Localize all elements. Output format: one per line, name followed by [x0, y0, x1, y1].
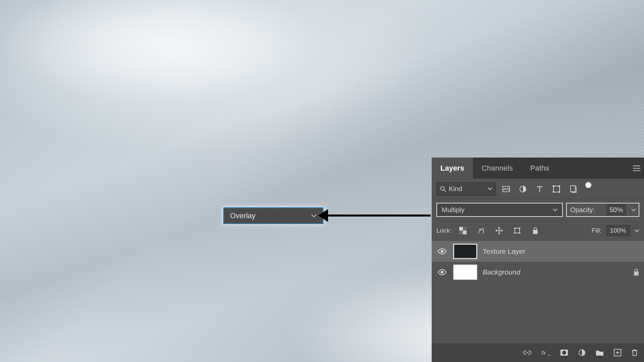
filter-toggle-dot[interactable]	[585, 182, 591, 188]
svg-text:fx: fx	[541, 350, 546, 356]
svg-point-16	[441, 271, 443, 274]
tab-channels[interactable]: Channels	[473, 158, 522, 179]
filter-shape-icon[interactable]	[550, 182, 563, 196]
opacity-control[interactable]: Opacity: 50%	[566, 203, 639, 217]
layer-name: Texture Layer	[483, 247, 525, 255]
layers-panel: Layers Channels Paths Kind Multiply Opac…	[432, 158, 644, 362]
new-layer-icon[interactable]	[614, 349, 621, 356]
overlay-blend-mode-value: Overlay	[230, 212, 256, 220]
layer-row-texture[interactable]: Texture Layer	[432, 241, 644, 262]
svg-rect-4	[553, 185, 554, 187]
arrow-annotation	[327, 215, 431, 217]
group-icon[interactable]	[596, 349, 604, 356]
svg-rect-5	[558, 185, 560, 187]
svg-rect-9	[459, 227, 463, 231]
opacity-label: Opacity:	[570, 206, 595, 214]
tab-label: Layers	[440, 164, 464, 173]
filter-smartobject-icon[interactable]	[567, 182, 580, 196]
chevron-down-icon	[311, 214, 317, 218]
layers-list: Texture Layer Background	[432, 241, 644, 343]
svg-point-15	[441, 250, 443, 253]
layer-name: Background	[483, 268, 520, 276]
visibility-toggle[interactable]	[436, 269, 448, 275]
svg-point-20	[562, 351, 566, 355]
svg-rect-17	[634, 272, 639, 276]
lock-icon[interactable]	[633, 268, 639, 276]
chevron-down-icon[interactable]	[635, 229, 639, 232]
tab-paths[interactable]: Paths	[522, 158, 558, 179]
fill-label: Fill:	[592, 227, 602, 234]
link-layers-icon[interactable]	[523, 350, 531, 355]
tab-label: Paths	[530, 164, 549, 173]
lock-label: Lock:	[436, 227, 451, 234]
svg-rect-7	[558, 191, 560, 193]
lock-image-icon[interactable]	[474, 224, 488, 237]
opacity-value[interactable]: 50%	[606, 204, 626, 215]
mask-icon[interactable]	[560, 349, 568, 356]
lock-row: Lock: Fill: 100%	[432, 220, 644, 241]
search-icon	[440, 186, 446, 192]
delete-icon[interactable]	[631, 349, 638, 356]
layer-thumbnail[interactable]	[453, 244, 477, 259]
svg-rect-11	[463, 227, 467, 231]
filter-kind-dropdown[interactable]: Kind	[436, 182, 496, 196]
svg-rect-6	[553, 191, 554, 193]
chevron-down-icon	[488, 187, 492, 190]
tab-label: Channels	[482, 164, 513, 173]
chevron-down-icon[interactable]	[628, 203, 639, 217]
svg-rect-13	[515, 228, 520, 233]
filter-type-icon[interactable]	[533, 182, 546, 196]
visibility-toggle[interactable]	[436, 248, 448, 254]
panel-menu-icon[interactable]	[629, 158, 644, 179]
panel-footer: fx	[432, 343, 644, 362]
filter-adjustment-icon[interactable]	[516, 182, 530, 196]
blend-row: Multiply Opacity: 50%	[432, 199, 644, 220]
svg-rect-14	[533, 230, 538, 234]
svg-rect-8	[571, 186, 575, 192]
adjustment-layer-icon[interactable]	[578, 349, 586, 356]
lock-all-icon[interactable]	[529, 224, 542, 237]
layer-thumbnail[interactable]	[453, 264, 477, 280]
filter-pixel-icon[interactable]	[499, 182, 513, 196]
fill-value[interactable]: 100%	[606, 225, 630, 236]
lock-transparency-icon[interactable]	[456, 224, 470, 237]
svg-point-0	[441, 186, 444, 190]
blend-mode-dropdown[interactable]: Multiply	[436, 203, 563, 217]
filter-kind-label: Kind	[449, 185, 462, 193]
blend-mode-value: Multiply	[442, 206, 465, 214]
lock-position-icon[interactable]	[492, 224, 506, 237]
filter-row: Kind	[432, 179, 644, 199]
tab-layers[interactable]: Layers	[432, 158, 473, 179]
fx-icon[interactable]: fx	[541, 349, 550, 356]
lock-artboard-icon[interactable]	[511, 224, 524, 237]
panel-tabs: Layers Channels Paths	[432, 158, 644, 179]
chevron-down-icon	[553, 208, 557, 212]
overlay-blend-mode-dropdown[interactable]: Overlay	[223, 207, 324, 224]
svg-rect-10	[463, 231, 467, 234]
layer-row-background[interactable]: Background	[432, 262, 644, 283]
svg-rect-12	[459, 231, 463, 234]
